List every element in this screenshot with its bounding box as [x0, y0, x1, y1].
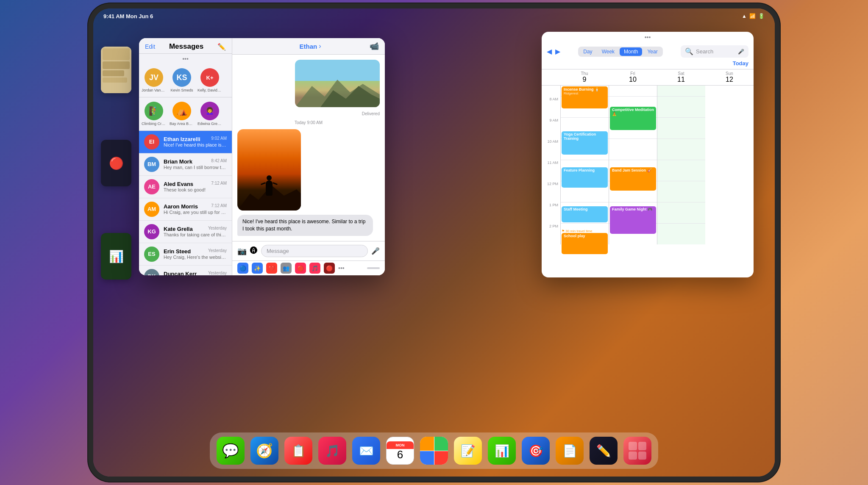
dock-music[interactable]: 🎵: [318, 437, 346, 465]
dock-pages[interactable]: 📄: [556, 437, 584, 465]
messages-title: Messages: [169, 42, 203, 51]
app-icon-appstore[interactable]: ✨: [252, 263, 263, 274]
message-row-2[interactable]: AE Aled Evans 7:12 AM These look so good…: [139, 176, 232, 198]
msg-name-1: Brian Mork: [164, 158, 192, 165]
app-icon-music[interactable]: 🎵: [309, 263, 320, 274]
pinned-contact-5[interactable]: 👩‍🦱 Edwina Greena...: [198, 102, 222, 126]
dock-vectornator[interactable]: ✏️: [590, 437, 618, 465]
camera-icon[interactable]: 📷: [237, 247, 247, 256]
dock-keynote[interactable]: 🎯: [522, 437, 550, 465]
cal-prev-icon[interactable]: ◀: [547, 47, 552, 55]
msg-time-2: 7:12 AM: [211, 181, 227, 187]
messages-window[interactable]: Edit Messages ✏️ ••• JV Jordan Vandraiss…: [139, 38, 385, 275]
chat-contact-name[interactable]: Ethan: [300, 43, 317, 50]
event-competitive-meditation[interactable]: Competitive Meditation 🧘: [610, 107, 656, 130]
calendar-search[interactable]: 🔍 Search 🎤: [681, 45, 748, 58]
more-apps-icon[interactable]: •••: [338, 265, 345, 272]
messages-chat: Ethan › 📹 Delivered: [232, 38, 385, 275]
dock-safari[interactable]: 🧭: [250, 437, 278, 465]
cal-col-fri: Competitive Meditation 🧘 Band Jam Sessio…: [609, 86, 657, 244]
sticker-icon[interactable]: 🅐: [250, 247, 258, 255]
event-feature-planning[interactable]: Feature Planning: [562, 167, 608, 188]
calendar-window[interactable]: ••• ◀ ▶ Day Week Month Year 🔍: [542, 32, 754, 277]
pinned-contacts-row2: 🧗 Climbing Crew ⛺ Bay Area Budd... 👩‍🦱 E…: [139, 97, 232, 131]
mic-icon[interactable]: 🎤: [371, 247, 380, 255]
dock-numbers[interactable]: 📊: [488, 437, 516, 465]
dock-notes[interactable]: 📝: [454, 437, 482, 465]
mic-cal-icon[interactable]: 🎤: [738, 49, 744, 55]
day-name-thu: Thu: [560, 71, 609, 76]
chat-input: 📷 🅐 Message 🎤: [232, 241, 385, 261]
message-row-3[interactable]: AM Aaron Morris 7:12 AM Hi Craig, are yo…: [139, 198, 232, 221]
time-9am: 9 AM: [542, 117, 560, 139]
message-row-1[interactable]: BM Brian Mork 8:42 AM Hey man, can I sti…: [139, 153, 232, 176]
wifi-icon: 📶: [749, 13, 756, 19]
message-row-5[interactable]: ES Erin Steed Yesterday Hey Craig, Here'…: [139, 243, 232, 266]
cal-next-icon[interactable]: ▶: [555, 47, 560, 55]
day-num-sun: 12: [726, 76, 733, 83]
messages-more[interactable]: •••: [139, 54, 232, 64]
day-num-thu: 9: [583, 76, 587, 83]
app-icon-dark[interactable]: 🔴: [324, 263, 335, 274]
message-row-6[interactable]: DK Duncan Kerr Yesterday Can you still m…: [139, 266, 232, 275]
tab-year[interactable]: Year: [643, 47, 662, 56]
msg-time-0: 9:02 AM: [211, 136, 227, 142]
pinned-contact-3[interactable]: 🧗 Climbing Crew: [142, 102, 166, 126]
msg-preview-0: Nice! I've heard this place is awesome. …: [164, 142, 227, 147]
msg-name-4: Kate Grella: [164, 226, 193, 232]
pinned-contact-2[interactable]: K+ Kelly, David &...: [198, 68, 222, 93]
app-icon-blue[interactable]: 🔵: [237, 263, 248, 274]
dock: 💬 🧭 📋 🎵 ✉️ MON 6: [210, 432, 658, 469]
day-header-sat: Sat 11: [657, 71, 705, 83]
ipad-frame: 9:41 AM Mon Jun 6 ▲ 📶 🔋 🔴 📊: [93, 8, 775, 477]
chat-header: Ethan › 📹: [232, 38, 385, 55]
event-family-game-night[interactable]: Family Game Night 🎮: [610, 206, 656, 234]
pinned-contact-4[interactable]: ⛺ Bay Area Budd...: [170, 102, 194, 126]
app-icon-group[interactable]: 👥: [281, 263, 292, 274]
message-input[interactable]: Message: [261, 245, 368, 257]
search-placeholder: Search: [696, 48, 713, 55]
pinned-name-4: Bay Area Budd...: [170, 122, 194, 126]
app-icon-circle[interactable]: 🔴: [295, 263, 306, 274]
dock-mail[interactable]: ✉️: [352, 437, 380, 465]
dock-reminders[interactable]: 📋: [284, 437, 312, 465]
msg-preview-3: Hi Craig, are you still up for doing tha…: [164, 210, 227, 215]
status-time: 9:41 AM Mon Jun 6: [103, 13, 153, 19]
chat-timestamp: Today 9:00 AM: [237, 120, 380, 125]
dock-photos[interactable]: [420, 437, 448, 465]
event-incense-burning[interactable]: Incense Burning 🕯️ Ridgerest: [562, 86, 608, 108]
left-apps: 🔴 📊: [101, 47, 133, 280]
video-call-icon[interactable]: 📹: [370, 42, 379, 51]
event-school-play[interactable]: School play: [562, 233, 608, 254]
tab-week[interactable]: Week: [598, 47, 619, 56]
chat-chevron: ›: [319, 42, 321, 50]
message-row-0[interactable]: EI Ethan Izzarelli 9:02 AM Nice! I've he…: [139, 131, 232, 153]
swipe-handle: [367, 267, 380, 269]
dock-calendar[interactable]: MON 6: [386, 437, 414, 465]
app-row: 🔵 ✨ ❤️ 👥 🔴 🎵 🔴 •••: [232, 261, 385, 275]
day-name-fri: Fri: [609, 71, 657, 76]
pinned-contact-1[interactable]: KS Kevin Smeds: [170, 68, 194, 93]
msg-name-6: Duncan Kerr: [164, 271, 197, 275]
messages-edit-btn[interactable]: Edit: [145, 43, 155, 50]
event-title: Incense Burning 🕯️: [564, 87, 606, 91]
tab-month[interactable]: Month: [620, 47, 642, 56]
dock-messages[interactable]: 💬: [217, 437, 245, 465]
day-header-fri: Fri 10: [609, 71, 657, 83]
event-yoga[interactable]: Yoga Certification Training: [562, 131, 608, 155]
tab-day[interactable]: Day: [579, 47, 596, 56]
sent-image-landscape: [295, 60, 380, 107]
received-image-portrait: [237, 129, 301, 211]
event-band-jam[interactable]: Band Jam Session 🎸: [610, 167, 656, 191]
pinned-contact-0[interactable]: JV Jordan Vandraiss: [142, 68, 166, 93]
event-staff-meeting[interactable]: Staff Meeting: [562, 206, 608, 222]
pinned-name-2: Kelly, David &...: [198, 88, 222, 93]
app-icon-red[interactable]: ❤️: [266, 263, 277, 274]
msg-preview-5: Hey Craig, Here's the website I told you…: [164, 255, 227, 260]
msg-name-5: Erin Steed: [164, 248, 191, 255]
dock-overflow[interactable]: [623, 437, 651, 465]
messages-compose-icon[interactable]: ✏️: [217, 43, 226, 51]
message-row-4[interactable]: KG Kate Grella Yesterday Thanks for taki…: [139, 221, 232, 243]
today-button[interactable]: Today: [733, 60, 748, 67]
msg-time-6: Yesterday: [208, 271, 227, 275]
